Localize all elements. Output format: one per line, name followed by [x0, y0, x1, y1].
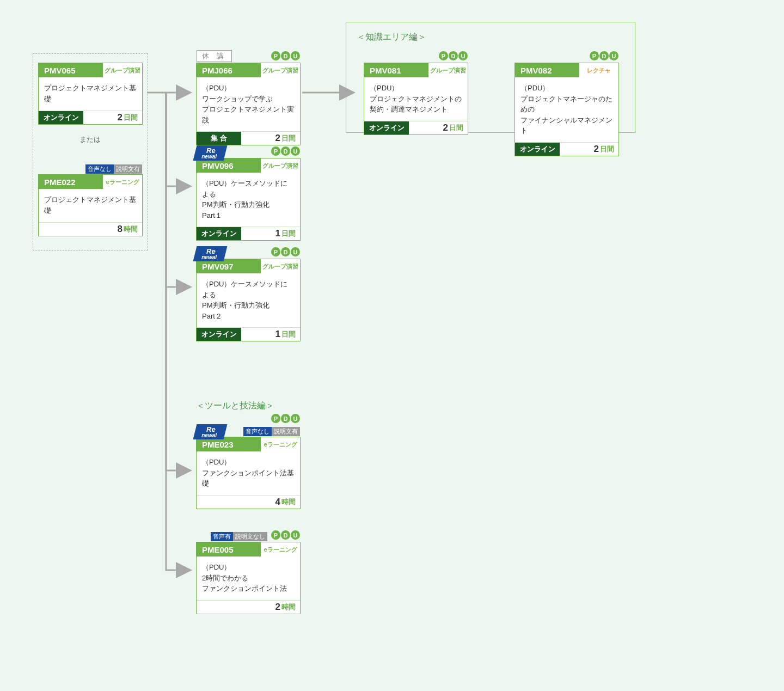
card-pme023[interactable]: Renewal PDU 音声なし説明文有 PME023 eラーニング （PDU）…	[196, 437, 301, 509]
course-tag: eラーニング	[103, 175, 142, 189]
card-pmv082[interactable]: PDU PMV082 レクチャ （PDU） プロジェクトマネージャのための ファ…	[514, 63, 619, 156]
card-pme005[interactable]: PDU 音声有説明文なし PME005 eラーニング （PDU） 2時間でわかる…	[196, 542, 301, 614]
course-tag: グループ演習	[428, 63, 468, 77]
mode-badge: オンライン	[39, 111, 83, 124]
course-code: PMV081	[364, 63, 428, 77]
card-pmv096[interactable]: Renewal PDU PMV096 グループ演習 （PDU）ケースメソッドによ…	[196, 158, 301, 241]
renewal-badge: Renewal	[193, 246, 228, 261]
mode-badge: 集 合	[197, 132, 241, 145]
mode-badge: オンライン	[197, 227, 241, 240]
course-tag: グループ演習	[261, 63, 300, 77]
course-code: PMV065	[39, 63, 103, 77]
pdu-badge: PDU	[271, 414, 300, 423]
renewal-badge: Renewal	[193, 145, 228, 161]
audio-badge: 音声なし説明文有	[85, 164, 142, 174]
pdu-badge: PDU	[590, 51, 618, 60]
course-code: PMJ066	[197, 63, 261, 77]
pdu-badge: PDU	[271, 530, 300, 540]
card-pme022[interactable]: 音声なし説明文有 PME022 eラーニング プロジェクトマネジメント基礎 8時…	[38, 174, 143, 236]
course-title: プロジェクトマネジメント基礎	[44, 83, 137, 104]
course-tag: グループ演習	[261, 158, 300, 173]
knowledge-heading: ＜知識エリア編＞	[357, 32, 426, 43]
pdu-badge: PDU	[271, 51, 300, 60]
mode-badge: オンライン	[515, 143, 560, 156]
course-code: PME022	[39, 175, 103, 189]
pdu-badge: PDU	[271, 146, 300, 156]
audio-badge: 音声有説明文なし	[211, 532, 267, 541]
course-code: PME005	[197, 542, 261, 557]
mode-badge: オンライン	[197, 328, 241, 341]
or-label: または	[38, 134, 142, 144]
course-tag: eラーニング	[261, 542, 300, 557]
renewal-badge: Renewal	[193, 424, 228, 439]
card-pmj066[interactable]: 休 講 PDU PMJ066 グループ演習 （PDU） ワークショップで学ぶ プ…	[196, 63, 301, 145]
card-pmv081[interactable]: PDU PMV081 グループ演習 （PDU） プロジェクトマネジメントの 契約…	[364, 63, 468, 135]
course-tag: グループ演習	[261, 259, 300, 273]
course-title: プロジェクトマネジメント基礎	[44, 194, 137, 216]
pdu-badge: PDU	[439, 51, 468, 60]
tools-heading: ＜ツールと技法編＞	[196, 400, 274, 412]
card-pmv097[interactable]: Renewal PDU PMV097 グループ演習 （PDU）ケースメソッドによ…	[196, 259, 301, 341]
course-tag: eラーニング	[261, 437, 300, 451]
course-tag: グループ演習	[103, 63, 142, 77]
course-code: PMV082	[515, 63, 579, 77]
card-pmv065[interactable]: PMV065 グループ演習 プロジェクトマネジメント基礎 オンライン 2日間	[38, 63, 143, 125]
pdu-badge: PDU	[271, 247, 300, 256]
mode-badge: オンライン	[364, 121, 409, 134]
diagram-canvas: または ＜知識エリア編＞ ＜ツールと技法編＞ PMV065 グループ演習 プロジ…	[22, 22, 762, 670]
kyuko-badge: 休 講	[197, 50, 232, 62]
course-tag: レクチャ	[579, 63, 618, 77]
audio-badge: 音声なし説明文有	[243, 427, 300, 436]
